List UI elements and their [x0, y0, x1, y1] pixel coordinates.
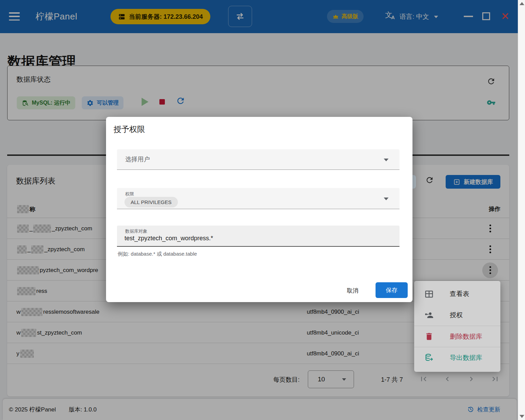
select-user-placeholder: 选择用户 [125, 155, 150, 163]
scroll-up-icon[interactable] [520, 2, 524, 5]
database-object-hint: 例如: database.* 或 database.table [118, 251, 197, 257]
privileges-chip[interactable]: ALL PRIVILEGES [124, 197, 178, 207]
save-button[interactable]: 保存 [376, 282, 408, 298]
database-object-label: 数据库对象 [125, 228, 147, 234]
chevron-down-icon [384, 159, 389, 161]
scroll-down-icon[interactable] [520, 415, 524, 418]
scrollbar-track[interactable] [518, 0, 525, 420]
cancel-button[interactable]: 取消 [338, 283, 368, 298]
database-object-field[interactable]: 数据库对象 test_zpyztech_com_wordpress.* [117, 226, 399, 247]
database-object-value: test_zpyztech_com_wordpress.* [124, 235, 213, 242]
dialog-title: 授予权限 [114, 124, 145, 135]
privileges-field[interactable]: 权限 ALL PRIVILEGES [117, 188, 399, 209]
grant-privileges-dialog: 授予权限 选择用户 权限 ALL PRIVILEGES 数据库对象 test_z… [106, 117, 412, 302]
app-window: 柠檬Panel 当前服务器: 172.23.66.204 高级版 文A 语言: … [0, 0, 525, 420]
chevron-down-icon [384, 198, 389, 200]
privileges-label: 权限 [125, 191, 134, 197]
select-user-field[interactable]: 选择用户 [117, 149, 399, 170]
